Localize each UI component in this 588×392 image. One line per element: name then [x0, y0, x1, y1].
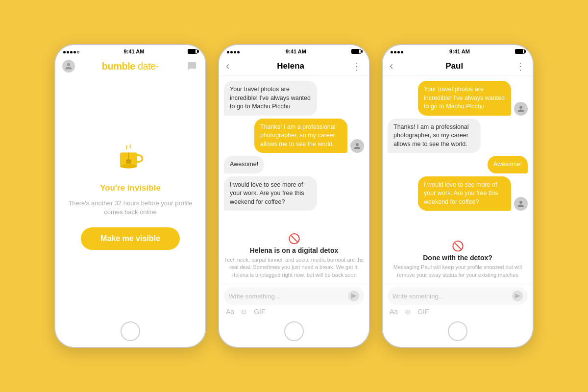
input-area-2: Write something... Aa ⊙ GIF	[219, 283, 369, 318]
detox-description-2: Tech neck, carpal tunnel, and social med…	[224, 256, 364, 279]
message-input-placeholder-3: Write something...	[392, 293, 509, 300]
invisible-title: You're invisible	[100, 183, 161, 193]
chat-partner-name-2: Helena	[277, 61, 304, 71]
send-button-3[interactable]	[512, 291, 523, 301]
message-input-placeholder-2: Write something...	[229, 293, 345, 300]
camera-icon-3[interactable]: ⊙	[405, 308, 411, 316]
detox-description-3: Messaging Paul will keep your profile sn…	[388, 264, 528, 279]
svg-point-1	[120, 164, 137, 169]
input-toolbar-2: Aa ⊙ GIF	[224, 308, 364, 316]
message-bubble: Your travel photos are incredible! I've …	[418, 81, 511, 116]
input-toolbar-3: Aa ⊙ GIF	[388, 308, 528, 316]
message-bubble: Thanks! I am a professional photographer…	[388, 119, 481, 153]
message-input-row-3[interactable]: Write something...	[388, 287, 528, 305]
detox-title-2: Helena is on a digital detox	[250, 246, 338, 254]
message-bubble: Thanks! I am a professional photographer…	[254, 119, 347, 153]
message-row: I would love to see more of your work. A…	[224, 176, 364, 211]
battery-indicator	[188, 49, 197, 54]
detox-icon-2: 🚫	[288, 233, 300, 245]
chat-header-2: ‹ Helena ⋮	[219, 57, 369, 76]
message-bubble: Awesome!	[224, 156, 264, 173]
status-bar-2: 9:41 AM	[219, 45, 369, 57]
make-visible-button[interactable]: Make me visible	[81, 227, 180, 250]
send-button-2[interactable]	[348, 291, 359, 301]
gif-icon-3[interactable]: GIF	[417, 308, 429, 316]
signal-dots-3	[391, 49, 404, 54]
message-row: I would love to see more of your work. A…	[388, 176, 528, 211]
battery-indicator-3	[515, 49, 525, 54]
back-button-2[interactable]: ‹	[226, 60, 229, 73]
bumble-logo: bumble date-	[102, 61, 159, 72]
font-size-icon-3[interactable]: Aa	[390, 308, 398, 316]
signal-dots-2	[227, 49, 241, 54]
message-bubble: Your travel photos are incredible! I've …	[224, 81, 317, 116]
time-display-3: 9:41 AM	[449, 49, 470, 54]
home-button-1[interactable]	[121, 321, 140, 341]
detox-divider-2: 🚫 Helena is on a digital detox Tech neck…	[219, 229, 369, 283]
input-area-3: Write something... Aa ⊙ GIF	[383, 283, 533, 318]
svg-rect-3	[126, 159, 131, 164]
sender-avatar	[514, 197, 528, 211]
status-bar-1: 9:41 AM	[55, 45, 205, 57]
invisible-content: You're invisible There's another 32 hour…	[55, 75, 205, 318]
messages-area-3: Your travel photos are incredible! I've …	[383, 76, 533, 236]
back-button-3[interactable]: ‹	[390, 60, 393, 73]
home-area-3	[383, 318, 533, 347]
messages-area-2: Your travel photos are incredible! I've …	[219, 76, 369, 229]
detox-title-3: Done with the detox?	[423, 254, 492, 262]
home-area-1	[55, 318, 205, 347]
font-size-icon[interactable]: Aa	[226, 308, 234, 316]
chat-partner-name-3: Paul	[445, 61, 463, 71]
tea-cup-icon	[113, 143, 147, 177]
time-display-2: 9:41 AM	[286, 49, 306, 54]
message-row: Awesome!	[224, 156, 364, 173]
message-row: Thanks! I am a professional photographer…	[224, 119, 364, 153]
home-button-3[interactable]	[448, 321, 467, 341]
screen-1: bumble date-	[55, 57, 205, 318]
signal-dots	[63, 49, 80, 54]
message-bubble: I would love to see more of your work. A…	[224, 176, 317, 211]
camera-icon[interactable]: ⊙	[241, 308, 247, 316]
status-bar-3: 9:41 AM	[383, 45, 533, 57]
phone-1: 9:41 AM bumble date-	[54, 44, 206, 348]
message-row: Your travel photos are incredible! I've …	[388, 81, 528, 116]
invisible-subtitle: There's another 32 hours before your pro…	[65, 199, 196, 217]
sender-avatar	[350, 139, 364, 153]
phone-2: 9:41 AM ‹ Helena ⋮ Your travel photos ar…	[218, 44, 370, 348]
message-bubble: Awesome!	[488, 156, 528, 173]
message-row: Your travel photos are incredible! I've …	[224, 81, 364, 116]
home-button-2[interactable]	[284, 321, 304, 341]
time-display: 9:41 AM	[124, 49, 145, 54]
screen-3: ‹ Paul ⋮ Your travel photos are incredib…	[383, 57, 533, 318]
screen-2: ‹ Helena ⋮ Your travel photos are incred…	[219, 57, 369, 318]
gif-icon[interactable]: GIF	[254, 308, 265, 316]
chat-header-3: ‹ Paul ⋮	[383, 57, 533, 76]
message-row: Thanks! I am a professional photographer…	[388, 119, 528, 153]
phones-container: 9:41 AM bumble date-	[54, 44, 534, 348]
menu-button-3[interactable]: ⋮	[515, 60, 526, 72]
message-row: Awesome!	[388, 156, 528, 173]
home-area-2	[219, 318, 369, 347]
phone-3: 9:41 AM ‹ Paul ⋮ Your travel photos are …	[382, 44, 534, 348]
profile-avatar-icon[interactable]	[62, 60, 75, 73]
message-bubble: I would love to see more of your work. A…	[418, 176, 511, 211]
battery-indicator-2	[351, 49, 361, 54]
menu-button-2[interactable]: ⋮	[352, 60, 362, 72]
sender-avatar	[514, 102, 528, 116]
message-input-row-2[interactable]: Write something...	[224, 287, 364, 305]
bumble-header: bumble date-	[55, 57, 205, 75]
detox-divider-3: 🚫 Done with the detox? Messaging Paul wi…	[383, 236, 533, 283]
messages-icon[interactable]	[186, 60, 198, 73]
detox-icon-3: 🚫	[452, 240, 464, 252]
